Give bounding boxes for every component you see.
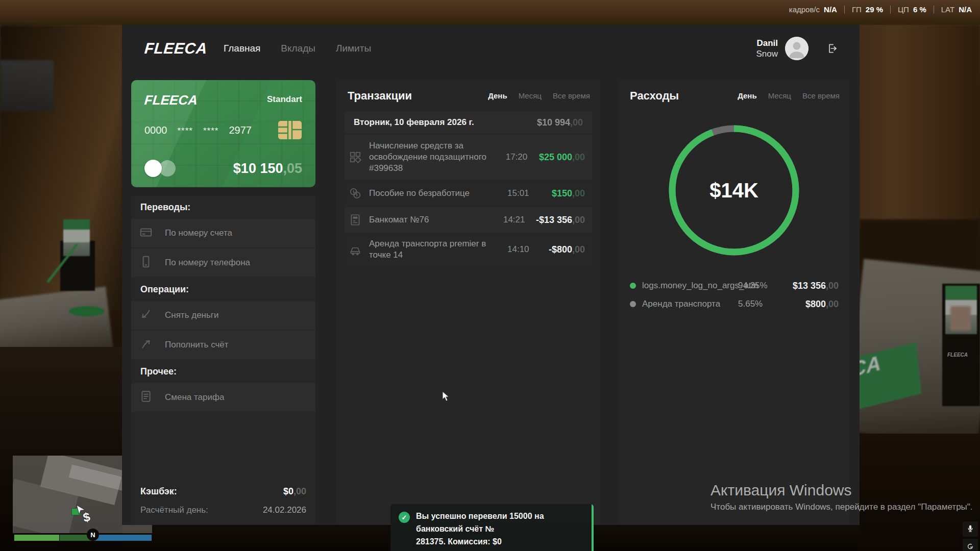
transaction-row[interactable]: Пособие по безработице 15:01 $150,00 (345, 181, 592, 206)
transaction-label: Начисление средств за освобождение подза… (369, 140, 503, 174)
mouse-cursor (442, 391, 451, 405)
tab-month[interactable]: Месяц (768, 91, 791, 100)
separator (890, 6, 891, 14)
nav-item-main[interactable]: Главная (224, 43, 260, 54)
health-bar (14, 535, 59, 541)
withdraw-icon (139, 308, 153, 323)
cpu-value: 6 % (913, 5, 926, 14)
legend-amount: $13 356,00 (793, 281, 839, 291)
toast-message: Вы успешно перевели 15000 на банковский … (416, 510, 582, 548)
section-title-transfers: Переводы: (131, 196, 315, 219)
transactions-list: Вторник, 10 февраля 2026 г. $10 994,00 Н… (336, 111, 600, 265)
legend-percent: 94.35% (738, 281, 768, 291)
billing-day-row: Расчётный день: 24.02.2026 (140, 505, 306, 515)
separator (934, 6, 934, 14)
watermark-title: Активация Windows (710, 482, 973, 499)
sidebar: Переводы: По номеру счета По номеру теле… (131, 196, 315, 524)
sidebar-item-label: По номеру телефона (165, 258, 250, 268)
logout-icon[interactable] (826, 42, 839, 55)
fleeca-logo: FLEECA (144, 40, 208, 57)
card-number-masked: **** (203, 126, 218, 136)
legend-row: Аренда транспорта 5.65% $800,00 (630, 295, 839, 313)
transactions-panel: Транзакции День Месяц Все время Вторник,… (336, 80, 600, 524)
sidebar-item-label: Снять деньги (165, 310, 219, 320)
tab-day[interactable]: День (488, 91, 507, 100)
armor-bar (94, 535, 152, 541)
tab-month[interactable]: Месяц (519, 91, 542, 100)
sidebar-item-label: Смена тарифа (165, 392, 224, 403)
sidebar-item-change-tariff[interactable]: Смена тарифа (131, 383, 315, 412)
transaction-time: 17:20 (506, 152, 539, 162)
transaction-amount: -$800,00 (549, 244, 585, 255)
day-total-cents: ,00 (570, 117, 583, 128)
transaction-row[interactable]: Аренда транспорта premier в точке 14 14:… (345, 234, 592, 265)
main-nav: Главная Вклады Лимиты (224, 43, 371, 54)
transaction-amount: $150,00 (552, 188, 585, 199)
transaction-row[interactable]: Банкомат №76 14:21 -$13 356,00 (345, 207, 592, 233)
cashback-main: $0 (283, 486, 293, 496)
sidebar-item-transfer-by-account[interactable]: По номеру счета (131, 219, 315, 247)
amount-main: -$800 (549, 244, 572, 255)
hud-status-bars (14, 534, 152, 541)
latency-value: N/A (959, 5, 972, 14)
sidebar-item-transfer-by-phone[interactable]: По номеру телефона (131, 248, 315, 277)
nav-item-limits[interactable]: Лимиты (336, 43, 371, 54)
fps-value: N/A (824, 5, 837, 14)
app-header: FLEECA Главная Вклады Лимиты Danil Snow (122, 25, 860, 72)
legend-dot-green (630, 283, 636, 289)
card-number-part: 0000 (144, 124, 167, 136)
windows-activation-watermark: Активация Windows Чтобы активировать Win… (710, 482, 973, 512)
fps-stat: кадров/с N/A (789, 5, 837, 14)
cashback-label: Кэшбэк: (140, 486, 177, 497)
legend-label: Аренда транспорта (642, 299, 720, 309)
screen: CA FLEECA кадров/с N/A ГП 29 % ЦП 6 % LA… (0, 0, 980, 551)
card-active-toggle[interactable] (144, 160, 177, 177)
transactions-title: Транзакции (348, 89, 412, 103)
tab-all-time[interactable]: Все время (802, 91, 840, 100)
latency-stat: LAT N/A (941, 5, 972, 14)
transactions-header: Транзакции День Месяц Все время (336, 80, 600, 111)
transaction-row[interactable]: Начисление средств за освобождение подза… (345, 135, 592, 180)
transactions-date: Вторник, 10 февраля 2026 г. (354, 117, 474, 128)
case-icon (349, 151, 362, 164)
card-number-row: 0000 **** **** 2977 (144, 120, 302, 140)
expenses-title: Расходы (630, 89, 679, 103)
avatar-silhouette-icon (785, 37, 808, 60)
bank-card: FLEECA Standart 0000 **** **** 2977 (131, 80, 315, 187)
card-number: 0000 **** **** 2977 (144, 124, 252, 136)
nav-item-deposits[interactable]: Вклады (281, 43, 315, 54)
toast-line2: 281375. Комиссия: $0 (416, 536, 582, 548)
bank-app-window: FLEECA Главная Вклады Лимиты Danil Snow (122, 25, 860, 525)
tab-all-time[interactable]: Все время (553, 91, 590, 100)
billing-day-label: Расчётный день: (140, 505, 208, 515)
section-title-other: Прочее: (131, 360, 315, 383)
legend-amount: $800,00 (805, 299, 839, 310)
watermark-subtitle: Чтобы активировать Windows, перейдите в … (710, 502, 973, 512)
amount-main: -$13 356 (536, 215, 572, 225)
expenses-total: $14K (665, 121, 803, 259)
transaction-time: 14:21 (503, 215, 536, 225)
deposit-icon (139, 337, 153, 353)
microphone-indicator (963, 521, 978, 537)
expenses-period-tabs: День Месяц Все время (738, 91, 840, 100)
amount-cents: ,00 (572, 188, 585, 198)
day-total-main: $10 994 (537, 117, 570, 128)
amount-main: $150 (552, 188, 572, 198)
card-number-masked: **** (178, 126, 193, 136)
tab-day[interactable]: День (738, 91, 757, 100)
sidebar-item-deposit[interactable]: Пополнить счёт (131, 331, 315, 359)
expenses-panel: Расходы День Месяц Все время $14K logs.m… (619, 80, 850, 524)
legend-dot-gray (630, 301, 636, 307)
sidebar-item-withdraw[interactable]: Снять деньги (131, 301, 315, 330)
amount-cents: ,00 (572, 244, 585, 255)
transaction-amount: -$13 356,00 (536, 215, 585, 226)
card-number-part: 2977 (229, 124, 252, 136)
card-chip-icon (278, 120, 302, 140)
legend-percent: 5.65% (738, 299, 763, 309)
balance-cents: ,05 (283, 161, 302, 176)
card-icon (139, 226, 153, 241)
user-first-name: Danil (756, 38, 778, 48)
gpu-stat: ГП 29 % (852, 5, 883, 14)
legend-row: logs.money_log_no_args_atm 94.35% $13 35… (630, 277, 839, 295)
transaction-time: 14:10 (507, 244, 541, 255)
